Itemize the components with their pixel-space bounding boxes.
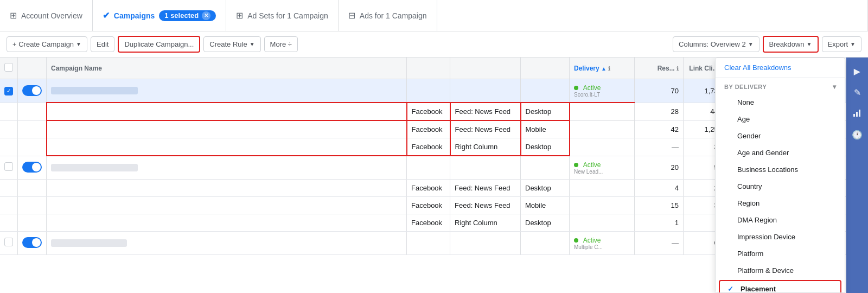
tab-campaigns[interactable]: ✔ Campaigns 1 selected ✕ xyxy=(93,0,226,31)
row-checkbox-3[interactable] xyxy=(4,238,13,246)
sidebar-chart-icon[interactable] xyxy=(848,104,866,123)
dropdown-item-gender[interactable]: Gender xyxy=(716,128,845,144)
campaign-name-placeholder xyxy=(51,87,138,94)
campaign-toggle-2[interactable] xyxy=(22,162,42,173)
selected-badge[interactable]: 1 selected ✕ xyxy=(159,10,216,21)
placement-label: Placement xyxy=(741,285,776,293)
delivery-info-icon[interactable]: ℹ xyxy=(608,66,610,72)
breakdown-label: Breakdown xyxy=(769,40,805,48)
row-checkbox-2[interactable] xyxy=(4,162,13,171)
device-cell xyxy=(521,79,570,103)
clear-all-breakdowns[interactable]: Clear All Breakdowns xyxy=(716,58,845,78)
dropdown-item-placement[interactable]: ✓ Placement xyxy=(719,280,841,293)
age-label: Age xyxy=(737,115,750,123)
none-label: None xyxy=(737,98,754,106)
sub-res: 28 xyxy=(635,103,684,120)
business-label: Business Locations xyxy=(737,165,798,174)
columns-label: Columns: Overview 2 xyxy=(679,40,746,48)
sort-arrow: ▲ xyxy=(601,66,607,72)
col-header-placement xyxy=(450,58,521,79)
create-campaign-label: + Create Campaign xyxy=(12,40,74,48)
account-overview-icon: ⊞ xyxy=(10,10,17,21)
main-content: Campaign Name Delivery ▲ ℹ Res... ℹ Link… xyxy=(0,58,868,293)
by-delivery-label: BY DELIVERY xyxy=(724,84,767,90)
duplicate-campaign-button[interactable]: Duplicate Campaign... xyxy=(118,36,200,53)
placement-checkmark-icon: ✓ xyxy=(727,285,736,293)
toolbar: + Create Campaign ▼ Edit Duplicate Campa… xyxy=(0,31,868,58)
campaign-toggle-3[interactable] xyxy=(22,237,42,248)
dropdown-item-impression[interactable]: Impression Device xyxy=(716,228,845,245)
sub-placement: Feed: News Feed xyxy=(450,103,521,120)
row-checkbox[interactable]: ✓ xyxy=(4,87,13,95)
dropdown-item-platform[interactable]: Platform xyxy=(716,245,845,262)
sub-platform: Facebook xyxy=(407,103,450,120)
ad-sets-icon: ⊞ xyxy=(236,10,243,21)
svg-rect-2 xyxy=(859,110,860,117)
create-campaign-button[interactable]: + Create Campaign ▼ xyxy=(7,36,87,52)
chevron-down-icon: ▾ xyxy=(833,83,837,91)
sub-device: Desktop xyxy=(521,103,570,120)
sidebar-edit-icon[interactable]: ✎ xyxy=(850,83,865,102)
more-button[interactable]: More ÷ xyxy=(264,36,298,52)
sidebar-clock-icon[interactable]: 🕐 xyxy=(847,125,867,144)
create-rule-button[interactable]: Create Rule ▼ xyxy=(203,36,260,52)
impression-label: Impression Device xyxy=(737,233,795,241)
res-info-icon[interactable]: ℹ xyxy=(676,66,679,72)
col-header-check[interactable] xyxy=(0,58,18,79)
ads-icon: ⊟ xyxy=(348,10,355,21)
svg-rect-1 xyxy=(856,112,858,117)
dropdown-item-platform-device[interactable]: Platform & Device xyxy=(716,262,845,279)
create-rule-caret: ▼ xyxy=(250,41,255,47)
columns-button[interactable]: Columns: Overview 2 ▼ xyxy=(673,36,759,52)
svg-rect-0 xyxy=(853,114,855,117)
export-button[interactable]: Export ▼ xyxy=(822,36,861,52)
export-caret: ▼ xyxy=(850,41,856,47)
edit-button[interactable]: Edit xyxy=(91,36,114,52)
sub-name xyxy=(47,103,407,120)
export-label: Export xyxy=(828,40,848,48)
delivery-sub: Scoro.lt-LT xyxy=(574,92,630,98)
more-label: More ÷ xyxy=(270,40,292,48)
tab-ad-sets[interactable]: ⊞ Ad Sets for 1 Campaign xyxy=(226,0,339,31)
placement-cell xyxy=(450,79,521,103)
edit-label: Edit xyxy=(97,40,108,48)
gender-label: Gender xyxy=(737,132,761,140)
dropdown-item-country[interactable]: Country xyxy=(716,178,845,195)
sub-toggle xyxy=(18,103,47,120)
dma-label: DMA Region xyxy=(737,216,777,224)
row-toggle-cell[interactable] xyxy=(18,79,47,103)
select-all-checkbox[interactable] xyxy=(4,63,13,72)
columns-caret: ▼ xyxy=(748,41,754,47)
region-label: Region xyxy=(737,199,760,207)
delivery-status: Active xyxy=(583,84,601,92)
age-gender-label: Age and Gender xyxy=(737,149,789,157)
ad-sets-label: Ad Sets for 1 Campaign xyxy=(247,11,328,20)
breakdown-button[interactable]: Breakdown ▼ xyxy=(763,36,819,53)
campaign-name-cell xyxy=(47,79,407,103)
tab-ads[interactable]: ⊟ Ads for 1 Campaign xyxy=(339,0,437,31)
dropdown-item-age[interactable]: Age xyxy=(716,111,845,128)
row-check-cell[interactable]: ✓ xyxy=(0,79,18,103)
dropdown-item-dma[interactable]: DMA Region xyxy=(716,212,845,228)
right-sidebar: ◀ ✎ 🕐 xyxy=(846,58,868,293)
dropdown-item-age-gender[interactable]: Age and Gender xyxy=(716,144,845,161)
platform-label: Platform xyxy=(737,250,763,258)
delivery-cell: Active Scoro.lt-LT xyxy=(570,79,635,103)
tab-account-overview[interactable]: ⊞ Account Overview xyxy=(0,0,93,31)
campaign-toggle[interactable] xyxy=(22,85,42,96)
sub-check xyxy=(0,103,18,120)
col-header-res: Res... ℹ xyxy=(635,58,684,79)
res-cell: 70 xyxy=(635,79,684,103)
col-header-device xyxy=(521,58,570,79)
clear-selection-button[interactable]: ✕ xyxy=(202,11,210,20)
selected-count: 1 selected xyxy=(164,11,199,20)
duplicate-label: Duplicate Campaign... xyxy=(124,40,194,48)
country-label: Country xyxy=(737,182,762,190)
col-header-delivery[interactable]: Delivery ▲ ℹ xyxy=(570,58,635,79)
dropdown-item-none[interactable]: None xyxy=(716,94,845,111)
dropdown-item-business[interactable]: Business Locations xyxy=(716,161,845,178)
top-tabs-bar: ⊞ Account Overview ✔ Campaigns 1 selecte… xyxy=(0,0,868,31)
campaigns-label: Campaigns xyxy=(114,11,155,20)
dropdown-item-region[interactable]: Region xyxy=(716,195,845,212)
sidebar-collapse-icon[interactable]: ◀ xyxy=(850,62,865,81)
